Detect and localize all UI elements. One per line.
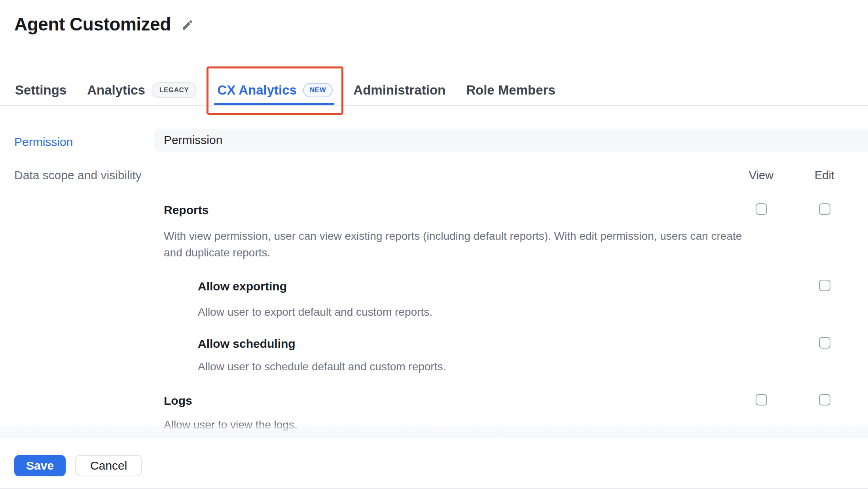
pencil-icon — [181, 26, 194, 32]
content-area: Permission Data scope and visibility Per… — [0, 106, 868, 433]
permission-row-reports: Reports — [154, 203, 868, 217]
allow-scheduling-edit-checkbox[interactable] — [819, 337, 830, 349]
tab-analytics[interactable]: Analytics LEGACY — [87, 75, 197, 105]
new-badge: NEW — [303, 83, 333, 97]
tab-cx-analytics[interactable]: CX Analytics NEW — [217, 75, 333, 105]
allow-exporting-edit-checkbox[interactable] — [819, 280, 830, 291]
reports-view-checkbox[interactable] — [756, 203, 767, 215]
page-title: Agent Customized — [14, 13, 171, 35]
permission-row-logs: Logs — [154, 394, 868, 408]
edit-title-button[interactable] — [181, 19, 194, 31]
tab-settings[interactable]: Settings — [15, 75, 66, 105]
allow-scheduling-description: Allow user to schedule default and custo… — [198, 358, 783, 375]
permission-row-allow-scheduling: Allow scheduling — [154, 337, 868, 351]
tab-settings-label: Settings — [15, 83, 66, 98]
sidebar-item-permission[interactable]: Permission — [14, 135, 154, 149]
save-button[interactable]: Save — [14, 455, 66, 476]
active-tab-underline — [214, 103, 334, 105]
legacy-badge: LEGACY — [152, 82, 197, 98]
tab-analytics-label: Analytics — [87, 83, 145, 98]
allow-scheduling-label: Allow scheduling — [154, 337, 730, 351]
tab-role-members[interactable]: Role Members — [466, 75, 555, 105]
tab-bar: Settings Analytics LEGACY CX Analytics N… — [0, 75, 868, 106]
allow-exporting-description: Allow user to export default and custom … — [198, 304, 783, 320]
logs-description: Allow user to view the logs. — [164, 417, 749, 433]
view-column-header: View — [749, 169, 773, 182]
section-sidebar: Permission Data scope and visibility — [0, 106, 154, 202]
permission-panel: Permission View Edit Reports With view p… — [154, 106, 868, 433]
logs-edit-checkbox[interactable] — [819, 394, 830, 406]
cancel-button[interactable]: Cancel — [75, 455, 142, 476]
footer-bar: Save Cancel — [0, 438, 868, 489]
page-header: Agent Customized — [0, 0, 868, 35]
tab-role-members-label: Role Members — [466, 83, 555, 98]
allow-exporting-label: Allow exporting — [154, 280, 730, 293]
reports-edit-checkbox[interactable] — [819, 203, 830, 215]
tab-administration[interactable]: Administration — [353, 75, 445, 105]
reports-label: Reports — [154, 203, 730, 217]
tab-administration-label: Administration — [353, 83, 445, 98]
logs-view-checkbox[interactable] — [756, 394, 767, 406]
logs-label: Logs — [154, 394, 730, 408]
reports-description: With view permission, user can view exis… — [164, 228, 749, 261]
section-header-title: Permission — [164, 133, 222, 147]
sidebar-item-data-scope[interactable]: Data scope and visibility — [14, 169, 154, 182]
edit-column-header: Edit — [815, 169, 834, 182]
tab-cx-analytics-label: CX Analytics — [217, 83, 297, 98]
permission-row-allow-exporting: Allow exporting — [154, 280, 868, 293]
section-header-bar: Permission — [154, 129, 868, 152]
column-header-row: View Edit — [154, 169, 868, 182]
